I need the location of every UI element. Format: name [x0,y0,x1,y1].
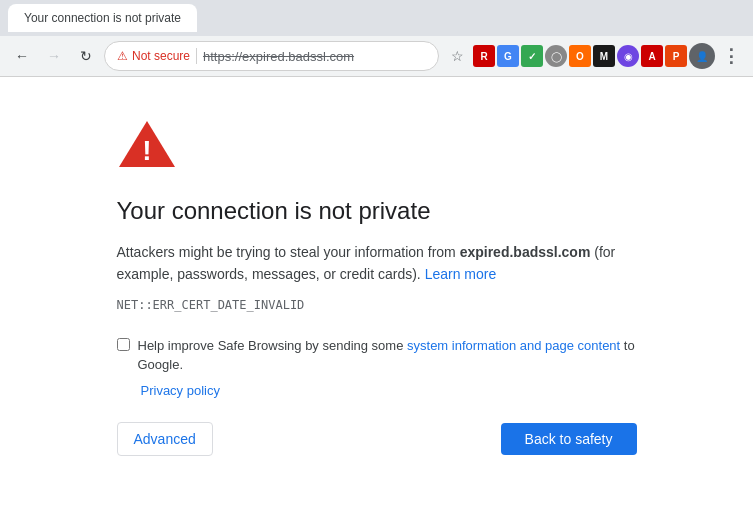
ext-icon-8[interactable]: A [641,45,663,67]
error-code: NET::ERR_CERT_DATE_INVALID [117,298,637,312]
action-buttons: Advanced Back to safety [117,422,637,456]
toolbar: ← → ↻ ⚠ Not secure https://expired.badss… [0,36,753,76]
safe-browsing-checkbox[interactable] [117,338,130,351]
back-button[interactable]: ← [8,42,36,70]
menu-button[interactable]: ⋮ [717,42,745,70]
toolbar-right: ☆ R G ✓ ◯ O M ◉ A P 👤 ⋮ [443,42,745,70]
warning-triangle-icon: ! [117,117,177,169]
reload-button[interactable]: ↻ [72,42,100,70]
svg-text:!: ! [142,135,151,166]
error-title: Your connection is not private [117,197,637,225]
ext-icon-9[interactable]: P [665,45,687,67]
safe-browsing-row: Help improve Safe Browsing by sending so… [117,336,637,375]
address-bar[interactable]: ⚠ Not secure https://expired.badssl.com [104,41,439,71]
tab-bar: Your connection is not private [0,0,753,36]
ext-icon-6[interactable]: M [593,45,615,67]
ext-icon-5[interactable]: O [569,45,591,67]
privacy-policy-link[interactable]: Privacy policy [141,383,637,398]
browser-window: Your connection is not private ← → ↻ ⚠ N… [0,0,753,512]
active-tab[interactable]: Your connection is not private [8,4,197,32]
tab-label: Your connection is not private [24,11,181,25]
forward-button[interactable]: → [40,42,68,70]
back-to-safety-button[interactable]: Back to safety [501,423,637,455]
advanced-button[interactable]: Advanced [117,422,213,456]
error-description: Attackers might be trying to steal your … [117,241,637,286]
security-label: Not secure [132,49,190,63]
ext-icon-3[interactable]: ✓ [521,45,543,67]
page-content: ! Your connection is not private Attacke… [0,77,753,512]
error-container: ! Your connection is not private Attacke… [97,117,657,456]
learn-more-link[interactable]: Learn more [425,266,497,282]
ext-icon-4[interactable]: ◯ [545,45,567,67]
profile-button[interactable]: 👤 [689,43,715,69]
ext-icon-1[interactable]: R [473,45,495,67]
url-text: https://expired.badssl.com [203,49,354,64]
ext-icon-7[interactable]: ◉ [617,45,639,67]
star-button[interactable]: ☆ [443,42,471,70]
browser-chrome: Your connection is not private ← → ↻ ⚠ N… [0,0,753,77]
address-separator [196,48,197,64]
checkbox-text: Help improve Safe Browsing by sending so… [138,336,637,375]
ext-icon-2[interactable]: G [497,45,519,67]
error-domain: expired.badssl.com [460,244,591,260]
warning-icon: ⚠ [117,49,128,63]
desc-part1: Attackers might be trying to steal your … [117,244,460,260]
security-badge[interactable]: ⚠ Not secure [117,49,190,63]
system-info-link[interactable]: system information and page content [407,338,620,353]
